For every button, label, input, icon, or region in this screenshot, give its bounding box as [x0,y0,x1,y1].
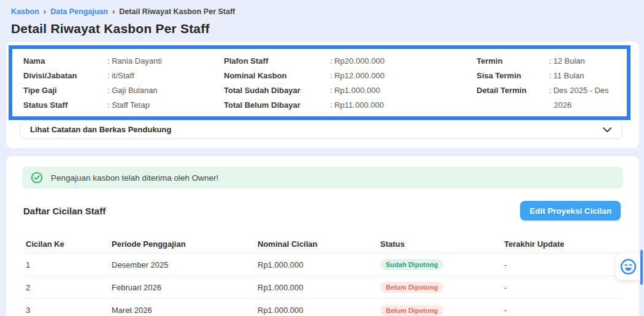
info-value: : Gaji Bulanan [107,83,158,98]
notes-accordion-toggle[interactable]: Lihat Catatan dan Berkas Pendukung [20,120,623,139]
info-label: Divisi/Jabatan [23,69,107,83]
column-header-periode: Periode Penggajian [112,239,258,249]
accordion-label: Lihat Catatan dan Berkas Pendukung [30,125,171,134]
breadcrumb-link-kasbon[interactable]: Kasbon [11,7,39,16]
kasbon-info-panel: Nama: Rania Dayanti Divisi/Jabatan: it/S… [9,45,631,120]
status-badge: Sudah Dipotong [380,259,443,270]
scrollbar-thumb[interactable] [640,250,643,285]
cell-periode: Maret 2026 [112,306,258,315]
info-label: Nama [23,54,107,69]
cell-cicilan-ke: 3 [23,306,112,315]
success-alert: Pengajuan kasbon telah diterima oleh Own… [22,167,623,189]
cell-terakhir-update: - [504,306,622,315]
info-label: Detail Termin [477,83,549,98]
chevron-right-icon: › [112,7,115,16]
info-label: Total Belum Dibayar [224,98,330,113]
info-label: Total Sudah Dibayar [224,83,330,98]
cicilan-table: Cicilan Ke Periode Penggajian Nominal Ci… [23,235,622,316]
info-column-amounts: Plafon Staff: Rp20.000.000 Nominal Kasbo… [224,54,477,116]
info-label: Plafon Staff [224,54,330,69]
table-row: 2 Februari 2026 Rp1.000.000 Belum Dipoto… [23,276,622,299]
info-value: : Rp11.000.000 [330,98,385,113]
feedback-widget-button[interactable] [616,253,640,280]
page-title: Detail Riwayat Kasbon Per Staff [11,21,633,36]
check-circle-icon [31,171,43,184]
info-value: : Rp20.000.000 [330,54,385,69]
breadcrumb: Kasbon › Data Pengajuan › Detail Riwayat… [11,7,633,16]
cell-nominal: Rp1.000.000 [258,283,380,292]
chevron-down-icon [602,127,612,133]
table-row: 1 Desember 2025 Rp1.000.000 Sudah Dipoto… [23,254,622,276]
status-badge: Belum Dipotong [380,282,443,293]
cell-status: Belum Dipotong [380,305,504,316]
info-value: : Rania Dayanti [107,54,162,69]
edit-proyeksi-cicilan-button[interactable]: Edit Proyeksi Cicilan [520,201,621,220]
cell-status: Belum Dipotong [380,282,504,293]
cicilan-list-header: Daftar Cicilan Staff Edit Proyeksi Cicil… [6,201,639,220]
cicilan-card: Pengajuan kasbon telah diterima oleh Own… [6,156,639,316]
breadcrumb-current: Detail Riwayat Kasbon Per Staff [119,7,235,16]
info-value: : Des 2025 - Des 2026 [549,83,610,113]
info-label: Sisa Termin [477,69,549,83]
info-value: : Rp12.000.000 [330,69,385,83]
info-label: Nominal Kasbon [224,69,330,83]
info-label: Termin [477,54,549,69]
cell-cicilan-ke: 2 [23,283,112,292]
cell-nominal: Rp1.000.000 [258,306,380,315]
summary-card: Nama: Rania Dayanti Divisi/Jabatan: it/S… [6,42,639,148]
section-heading: Daftar Cicilan Staff [23,206,105,216]
cell-nominal: Rp1.000.000 [258,260,380,269]
column-header-terakhir-update: Terakhir Update [504,239,622,249]
info-column-identity: Nama: Rania Dayanti Divisi/Jabatan: it/S… [23,54,224,116]
info-column-termin: Termin: 12 Bulan Sisa Termin: 11 Bulan D… [477,54,627,116]
top-bar: Kasbon › Data Pengajuan › Detail Riwayat… [0,0,644,36]
info-value: : 12 Bulan [549,54,585,69]
table-header-row: Cicilan Ke Periode Penggajian Nominal Ci… [23,235,622,254]
info-value: : Staff Tetap [107,98,150,113]
cell-cicilan-ke: 1 [23,260,112,269]
info-value: : Rp1.000.000 [330,83,380,98]
chevron-right-icon: › [44,7,46,16]
cell-periode: Februari 2026 [112,283,258,292]
table-row: 3 Maret 2026 Rp1.000.000 Belum Dipotong … [23,299,622,316]
status-badge: Belum Dipotong [380,305,443,316]
column-header-cicilan-ke: Cicilan Ke [23,239,112,249]
cell-periode: Desember 2025 [112,260,258,269]
alert-message: Pengajuan kasbon telah diterima oleh Own… [51,173,218,182]
info-value: : 11 Bulan [549,69,585,83]
info-value: : it/Staff [107,69,135,83]
info-label: Status Staff [23,98,107,113]
cell-status: Sudah Dipotong [380,259,504,270]
cell-terakhir-update: - [504,260,622,269]
cell-terakhir-update: - [504,283,622,292]
breadcrumb-link-data-pengajuan[interactable]: Data Pengajuan [50,7,108,16]
smiley-icon [620,258,637,275]
column-header-nominal: Nominal Cicilan [258,239,380,249]
column-header-status: Status [380,239,504,249]
info-label: Tipe Gaji [23,83,107,98]
